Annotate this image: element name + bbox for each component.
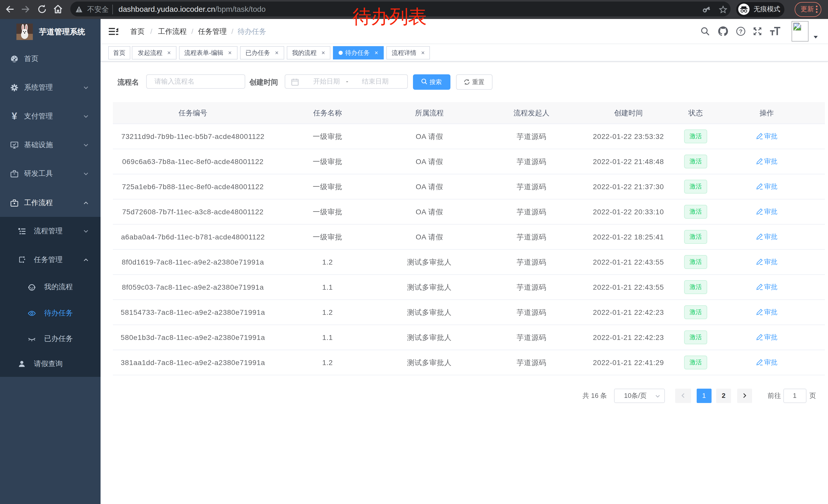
svg-text:?: ? <box>739 28 742 35</box>
